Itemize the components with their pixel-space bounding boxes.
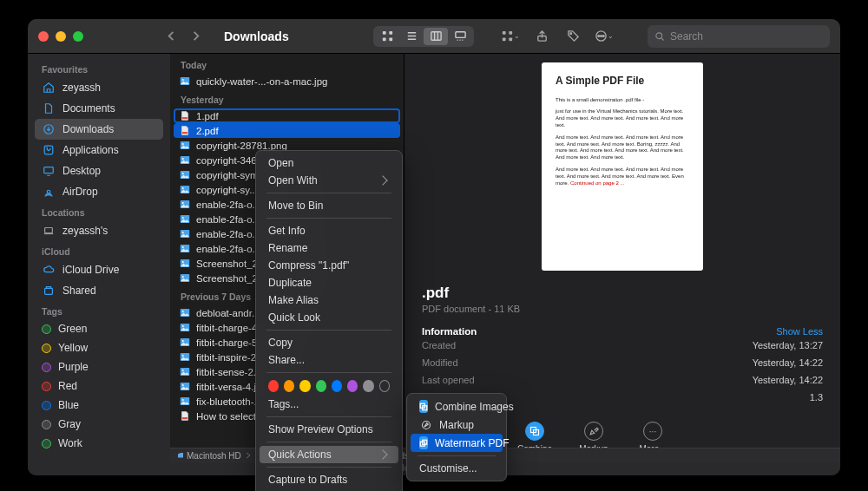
markup-icon	[419, 418, 432, 431]
menu-item-copy[interactable]: Copy	[260, 334, 398, 351]
menu-item-quick-actions[interactable]: Quick Actions	[260, 446, 398, 463]
forward-button[interactable]	[184, 27, 207, 46]
sidebar-item-applications[interactable]: Applications	[35, 140, 163, 160]
menu-item-tags---[interactable]: Tags...	[260, 396, 398, 413]
img-file-icon	[179, 258, 191, 270]
menu-item-duplicate[interactable]: Duplicate	[260, 274, 398, 291]
list-view-button[interactable]	[399, 28, 424, 45]
img-file-icon	[179, 140, 191, 152]
sidebar-item-work[interactable]: Work	[35, 434, 163, 453]
sidebar-item-red[interactable]: Red	[35, 376, 163, 396]
sidebar-item-label: AirDrop	[62, 186, 98, 198]
svg-rect-18	[44, 146, 53, 154]
sidebar-item-label: Yellow	[58, 342, 88, 354]
sidebar-item-yellow[interactable]: Yellow	[35, 338, 163, 357]
search-input[interactable]: Search	[648, 25, 830, 48]
maximize-button[interactable]	[73, 31, 83, 42]
svg-rect-8	[503, 37, 506, 41]
svg-rect-21	[45, 228, 53, 233]
menu-item-make-alias[interactable]: Make Alias	[260, 291, 398, 309]
airdrop-icon	[42, 185, 56, 199]
sidebar-item-label: Red	[58, 380, 77, 392]
menu-item-share---[interactable]: Share...	[260, 351, 398, 369]
action-button[interactable]: ⌄	[592, 26, 616, 47]
tag-color-button[interactable]	[316, 380, 326, 392]
sidebar-item-label: Work	[58, 437, 82, 449]
sidebar-item-label: Blue	[58, 399, 79, 411]
sidebar-item-downloads[interactable]: Downloads	[35, 119, 163, 140]
svg-point-13	[601, 36, 602, 37]
watermark-icon	[419, 436, 428, 449]
back-button[interactable]	[160, 27, 182, 46]
file-item[interactable]: quickly-water-...-on-a-mac.jpg	[170, 74, 404, 88]
show-less-button[interactable]: Show Less	[776, 326, 823, 337]
info-heading: Information	[422, 326, 477, 337]
sidebar-item-green[interactable]: Green	[35, 319, 163, 338]
sidebar-item-icloud-drive[interactable]: iCloud Drive	[35, 259, 163, 280]
submenu-item-markup[interactable]: Markup	[411, 416, 503, 434]
img-file-icon	[179, 199, 191, 211]
svg-point-34	[182, 187, 184, 189]
svg-point-30	[182, 158, 184, 160]
tag-color-button[interactable]	[332, 380, 342, 392]
sidebar-item-purple[interactable]: Purple	[35, 357, 163, 376]
tag-color-button[interactable]	[268, 380, 279, 392]
icon-view-button[interactable]	[375, 28, 399, 45]
gallery-view-button[interactable]	[448, 28, 472, 45]
img-file-icon	[179, 396, 191, 408]
sidebar-item-gray[interactable]: Gray	[35, 415, 163, 434]
img-file-icon	[179, 307, 191, 319]
svg-point-20	[47, 190, 50, 193]
menu-item-capture-to-drafts[interactable]: Capture to Drafts	[260, 471, 398, 488]
img-file-icon	[179, 169, 191, 181]
home-icon	[42, 81, 56, 95]
tag-color-icon	[42, 324, 51, 334]
sidebar-item-zeyassh-s[interactable]: zeyassh's	[35, 220, 163, 241]
menu-item-get-info[interactable]: Get Info	[260, 222, 398, 239]
svg-point-40	[182, 232, 184, 233]
menu-item-quick-look[interactable]: Quick Look	[260, 309, 398, 326]
sidebar-item-label: Applications	[62, 144, 119, 156]
tag-color-button[interactable]	[363, 380, 373, 392]
menu-item-move-to-bin[interactable]: Move to Bin	[260, 197, 398, 214]
submenu-item-customise---[interactable]: Customise...	[411, 460, 503, 477]
sidebar-item-desktop[interactable]: Desktop	[35, 160, 163, 181]
menu-item-open-with[interactable]: Open With	[260, 172, 398, 189]
sidebar-item-label: zeyassh	[62, 82, 101, 94]
sidebar-item-documents[interactable]: Documents	[35, 98, 163, 119]
svg-point-60	[182, 399, 184, 401]
tag-color-button[interactable]	[284, 380, 294, 392]
sidebar-section-header: Tags	[35, 301, 163, 319]
preview-meta: PDF document - 11 KB	[422, 304, 823, 314]
pdf-file-icon	[179, 125, 191, 137]
svg-point-50	[182, 325, 184, 327]
tag-color-button[interactable]	[299, 380, 310, 392]
img-file-icon	[179, 75, 191, 88]
share-button[interactable]	[529, 26, 554, 47]
submenu-item-watermark-pdf[interactable]: Watermark PDF	[411, 434, 503, 452]
menu-item-compress--1-pdf-[interactable]: Compress "1.pdf"	[260, 257, 398, 274]
tag-color-button[interactable]	[347, 380, 358, 392]
column-view-button[interactable]	[424, 28, 448, 45]
menu-item-rename[interactable]: Rename	[260, 239, 398, 257]
svg-point-66	[422, 421, 430, 429]
path-crumb[interactable]: Macintosh HD	[177, 451, 241, 461]
sidebar-item-label: Shared	[62, 285, 96, 297]
group-by-button[interactable]: ⌄	[498, 26, 523, 47]
sidebar-item-zeyassh[interactable]: zeyassh	[35, 77, 163, 98]
file-item[interactable]: 2.pdf	[174, 123, 400, 138]
submenu-item-combine-images[interactable]: Combine Images	[411, 397, 503, 416]
tag-color-icon	[42, 401, 51, 410]
quick-action-icon	[525, 422, 544, 441]
minimize-button[interactable]	[56, 31, 66, 42]
file-item[interactable]: 1.pdf	[174, 108, 400, 123]
tag-clear-button[interactable]	[379, 380, 390, 392]
svg-rect-26	[182, 132, 187, 134]
sidebar-item-blue[interactable]: Blue	[35, 396, 163, 415]
menu-item-show-preview-options[interactable]: Show Preview Options	[260, 421, 398, 438]
sidebar-item-shared[interactable]: Shared	[35, 280, 163, 301]
tags-button[interactable]	[561, 26, 585, 47]
close-button[interactable]	[38, 31, 49, 42]
menu-item-open[interactable]: Open	[260, 154, 398, 172]
sidebar-item-airdrop[interactable]: AirDrop	[35, 181, 163, 202]
